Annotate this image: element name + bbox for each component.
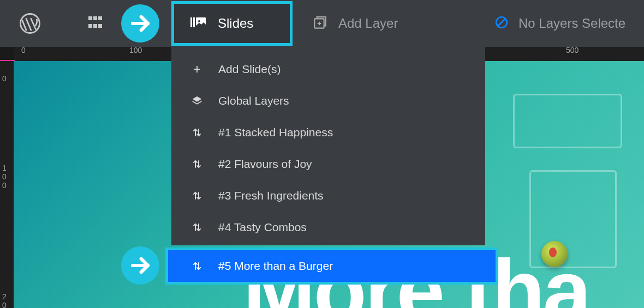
dropdown-label: #2 Flavours of Joy bbox=[218, 158, 312, 171]
layers-icon bbox=[191, 95, 203, 106]
svg-point-4 bbox=[198, 20, 200, 22]
slides-tab-label: Slides bbox=[218, 16, 253, 31]
slide-item-1[interactable]: #1 Stacked Happiness bbox=[171, 117, 485, 148]
slide-item-5-selected[interactable]: #5 More than a Burger bbox=[165, 247, 498, 285]
ruler-v-100a: 1 bbox=[2, 164, 7, 172]
ruler-v-100c: 0 bbox=[2, 181, 7, 190]
slide-item-3[interactable]: #3 Fresh Ingredients bbox=[171, 180, 485, 212]
add-layer-label: Add Layer bbox=[338, 16, 398, 31]
ruler-h-500: 500 bbox=[566, 46, 579, 55]
add-layer-icon bbox=[312, 16, 326, 31]
add-layer-tab[interactable]: Add Layer bbox=[312, 0, 398, 47]
ruler-h-0: 0 bbox=[21, 46, 26, 55]
no-layers-status: No Layers Selecte bbox=[494, 0, 625, 47]
svg-rect-2 bbox=[193, 17, 195, 27]
modules-grid-icon[interactable] bbox=[88, 16, 103, 31]
reorder-icon bbox=[191, 191, 203, 201]
ruler-v-200a: 2 bbox=[2, 292, 7, 301]
reorder-icon bbox=[191, 159, 203, 169]
ruler-v-100b: 0 bbox=[2, 172, 7, 181]
wordpress-logo-icon[interactable] bbox=[19, 12, 41, 35]
vertical-ruler: 0 1 0 0 2 0 bbox=[0, 61, 14, 308]
svg-rect-1 bbox=[190, 17, 192, 27]
slide-item-4[interactable]: #4 Tasty Combos bbox=[171, 212, 485, 243]
callout-arrow-bottom bbox=[121, 246, 159, 285]
top-toolbar: Slides Add Layer No Layers Selecte bbox=[0, 0, 644, 47]
dropdown-label: #3 Fresh Ingredients bbox=[218, 189, 324, 202]
dropdown-label: Add Slide(s) bbox=[218, 63, 281, 76]
dropdown-label: #1 Stacked Happiness bbox=[218, 126, 333, 139]
slides-icon bbox=[190, 16, 206, 31]
ruler-h-100: 100 bbox=[129, 46, 142, 55]
callout-arrow-top bbox=[121, 4, 159, 43]
slide-item-2[interactable]: #2 Flavours of Joy bbox=[171, 148, 485, 180]
slides-dropdown: Add Slide(s) Global Layers #1 Stacked Ha… bbox=[171, 47, 485, 245]
plus-icon bbox=[191, 64, 203, 74]
guide-line-icon bbox=[0, 60, 15, 61]
dropdown-label: #4 Tasty Combos bbox=[218, 221, 307, 234]
svg-line-9 bbox=[498, 19, 505, 26]
no-layers-label: No Layers Selecte bbox=[518, 16, 625, 31]
reorder-icon bbox=[191, 222, 203, 232]
outline-shape bbox=[513, 94, 622, 148]
reorder-icon bbox=[191, 261, 203, 271]
global-layers-item[interactable]: Global Layers bbox=[171, 85, 485, 117]
ruler-v-200b: 0 bbox=[2, 301, 7, 308]
dropdown-label: Global Layers bbox=[218, 94, 289, 107]
add-slide-item[interactable]: Add Slide(s) bbox=[171, 53, 485, 85]
slides-tab[interactable]: Slides bbox=[171, 1, 293, 46]
no-selection-icon bbox=[494, 15, 509, 32]
dropdown-label: #5 More than a Burger bbox=[218, 259, 333, 273]
ruler-v-0: 0 bbox=[2, 74, 7, 83]
reorder-icon bbox=[191, 128, 203, 137]
